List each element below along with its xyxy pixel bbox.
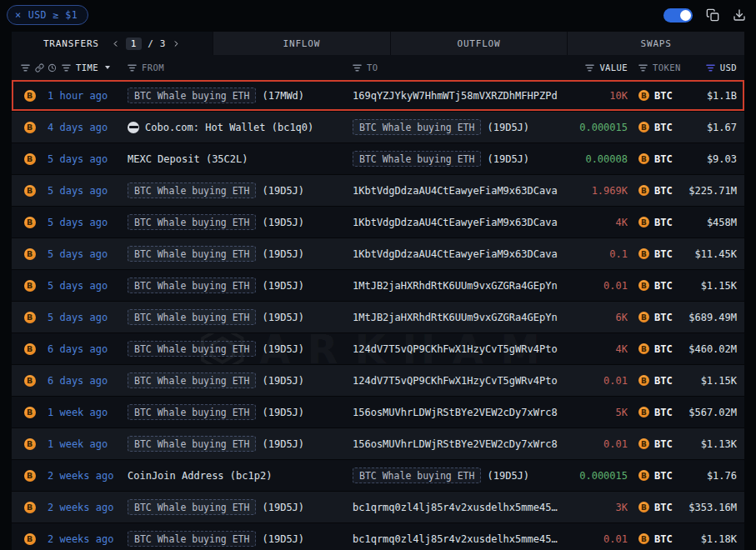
time-cell[interactable]: 2 weeks ago — [48, 470, 128, 482]
token-cell[interactable]: B BTC — [628, 248, 683, 260]
table-row[interactable]: B 6 days ago BTC Whale buying ETH (19D5J… — [12, 365, 744, 397]
header-token[interactable]: TOKEN — [628, 62, 683, 72]
from-cell[interactable]: BTC Whale buying ETH (19D5J) — [128, 404, 353, 420]
time-cell[interactable]: 5 days ago — [48, 248, 128, 260]
table-row[interactable]: B 2 weeks ago BTC Whale buying ETH (19D5… — [12, 492, 744, 523]
table-row[interactable]: B 5 days ago MEXC Deposit (35C2L) BTC Wh… — [12, 143, 744, 175]
entity-tag[interactable]: BTC Whale buying ETH — [353, 151, 481, 167]
entity-tag[interactable]: BTC Whale buying ETH — [128, 246, 256, 262]
from-cell[interactable]: BTC Whale buying ETH (19D5J) — [128, 309, 353, 325]
to-address[interactable]: 1MtJB2jaHXRhdRtK6UUm9vxGZGRa4GEpYn — [353, 312, 558, 323]
filter-icon[interactable] — [585, 63, 594, 72]
to-cell[interactable]: BTC Whale buying ETH (19D5J) — [353, 119, 561, 135]
entity-tag[interactable]: BTC Whale buying ETH — [128, 341, 256, 357]
filter-icon[interactable] — [353, 63, 362, 72]
tab-inflow[interactable]: INFLOW — [213, 32, 390, 55]
entity-tag[interactable]: BTC Whale buying ETH — [128, 214, 256, 230]
entity-tag[interactable]: BTC Whale buying ETH — [128, 309, 256, 325]
table-row[interactable]: B 2 weeks ago BTC Whale buying ETH (19D5… — [12, 523, 744, 550]
to-cell[interactable]: 1MtJB2jaHXRhdRtK6UUm9vxGZGRa4GEpYn — [353, 280, 561, 292]
remove-filter-icon[interactable]: × — [15, 10, 22, 20]
header-row-filters[interactable] — [12, 63, 48, 72]
header-value[interactable]: VALUE — [561, 62, 628, 72]
filter-icon[interactable] — [21, 63, 30, 72]
to-cell[interactable]: 156osMUVhrLDWjRStBYe2VEW2cDy7xWrc8 — [353, 407, 561, 418]
entity-name[interactable]: Cobo.com: Hot Wallet (bc1q0) — [145, 122, 313, 133]
tab-outflow[interactable]: OUTFLOW — [390, 32, 568, 55]
entity-tag[interactable]: BTC Whale buying ETH — [353, 119, 481, 135]
header-usd[interactable]: USD — [683, 62, 744, 72]
to-cell[interactable]: 1MtJB2jaHXRhdRtK6UUm9vxGZGRa4GEpYn — [353, 312, 561, 323]
token-cell[interactable]: B BTC — [628, 502, 683, 513]
link-icon[interactable] — [35, 63, 44, 72]
time-cell[interactable]: 5 days ago — [48, 153, 128, 165]
entity-tag[interactable]: BTC Whale buying ETH — [128, 499, 256, 515]
token-cell[interactable]: B BTC — [628, 438, 683, 450]
from-cell[interactable]: BTC Whale buying ETH (19D5J) — [128, 499, 353, 515]
entity-tag[interactable]: BTC Whale buying ETH — [128, 278, 256, 293]
time-cell[interactable]: 6 days ago — [48, 343, 128, 355]
table-row[interactable]: B 2 weeks ago CoinJoin Address (bc1p2) B… — [12, 460, 744, 492]
token-cell[interactable]: B BTC — [628, 533, 683, 545]
from-cell[interactable]: BTC Whale buying ETH (19D5J) — [128, 182, 353, 198]
to-cell[interactable]: 124dV7T5vQP9CKhFwX1HzyCvT5gWRv4Pto — [353, 375, 561, 387]
table-row[interactable]: B 6 days ago BTC Whale buying ETH (19D5J… — [12, 333, 744, 365]
entity-tag[interactable]: BTC Whale buying ETH — [353, 468, 481, 483]
chevron-right-icon[interactable] — [172, 39, 181, 48]
token-cell[interactable]: B BTC — [628, 280, 683, 292]
from-cell[interactable]: BTC Whale buying ETH (19D5J) — [128, 341, 353, 357]
token-cell[interactable]: B BTC — [628, 407, 683, 418]
to-address[interactable]: 124dV7T5vQP9CKhFwX1HzyCvT5gWRv4Pto — [353, 375, 558, 387]
to-cell[interactable]: BTC Whale buying ETH (19D5J) — [353, 151, 561, 167]
header-from[interactable]: FROM — [128, 62, 353, 72]
header-to[interactable]: TO — [353, 62, 561, 72]
time-cell[interactable]: 5 days ago — [48, 217, 128, 228]
to-cell[interactable]: 1KbtVdgDdzaAU4CtEawyeFiaM9x63DCava — [353, 185, 561, 197]
download-icon[interactable] — [733, 8, 746, 22]
token-cell[interactable]: B BTC — [628, 185, 683, 197]
to-address[interactable]: 169qYZJYkyW7HhmWTj58mVXRZDhMFHPZPd — [353, 90, 558, 102]
entity-tag[interactable]: BTC Whale buying ETH — [128, 531, 256, 547]
time-cell[interactable]: 5 days ago — [48, 280, 128, 292]
token-cell[interactable]: B BTC — [628, 90, 683, 102]
from-cell[interactable]: Cobo.com: Hot Wallet (bc1q0) — [128, 122, 353, 133]
to-cell[interactable]: bc1qrmq0zl4lj85r4v2xusdelhx5mme45zsks… — [353, 502, 561, 513]
filter-icon-active[interactable] — [706, 63, 715, 72]
to-address[interactable]: bc1qrmq0zl4lj85r4v2xusdelhx5mme45zsks… — [353, 533, 561, 545]
table-row[interactable]: B 4 days ago Cobo.com: Hot Wallet (bc1q0… — [12, 112, 744, 143]
token-cell[interactable]: B BTC — [628, 217, 683, 228]
from-cell[interactable]: BTC Whale buying ETH (19D5J) — [128, 372, 353, 388]
entity-tag[interactable]: BTC Whale buying ETH — [128, 372, 256, 388]
token-cell[interactable]: B BTC — [628, 312, 683, 323]
entity-name[interactable]: MEXC Deposit (35C2L) — [128, 153, 248, 165]
tab-swaps[interactable]: SWAPS — [567, 32, 744, 55]
from-cell[interactable]: CoinJoin Address (bc1p2) — [128, 470, 353, 482]
tab-transfers[interactable]: TRANSFERS 1 / 3 — [12, 32, 213, 55]
to-cell[interactable]: bc1qrmq0zl4lj85r4v2xusdelhx5mme45zsks… — [353, 533, 561, 545]
copy-icon[interactable] — [706, 8, 719, 22]
from-cell[interactable]: BTC Whale buying ETH (19D5J) — [128, 278, 353, 293]
token-cell[interactable]: B BTC — [628, 375, 683, 387]
token-cell[interactable]: B BTC — [628, 343, 683, 355]
time-cell[interactable]: 6 days ago — [48, 375, 128, 387]
token-cell[interactable]: B BTC — [628, 470, 683, 482]
token-cell[interactable]: B BTC — [628, 122, 683, 133]
to-cell[interactable]: 124dV7T5vQP9CKhFwX1HzyCvT5gWRv4Pto — [353, 343, 561, 355]
time-cell[interactable]: 1 week ago — [48, 407, 128, 418]
to-address[interactable]: 1KbtVdgDdzaAU4CtEawyeFiaM9x63DCava — [353, 248, 558, 260]
table-row[interactable]: B 1 hour ago BTC Whale buying ETH (17MWd… — [12, 80, 744, 112]
from-cell[interactable]: BTC Whale buying ETH (19D5J) — [128, 531, 353, 547]
table-row[interactable]: B 5 days ago BTC Whale buying ETH (19D5J… — [12, 270, 744, 302]
to-address[interactable]: 1KbtVdgDdzaAU4CtEawyeFiaM9x63DCava — [353, 185, 558, 197]
table-row[interactable]: B 5 days ago BTC Whale buying ETH (19D5J… — [12, 175, 744, 207]
to-cell[interactable]: BTC Whale buying ETH (19D5J) — [353, 468, 561, 483]
to-cell[interactable]: 1KbtVdgDdzaAU4CtEawyeFiaM9x63DCava — [353, 248, 561, 260]
to-address[interactable]: bc1qrmq0zl4lj85r4v2xusdelhx5mme45zsks… — [353, 502, 561, 513]
filter-icon[interactable] — [638, 63, 648, 72]
time-cell[interactable]: 4 days ago — [48, 122, 128, 133]
usd-filter-chip[interactable]: × USD ≥ $1 — [7, 5, 88, 25]
time-cell[interactable]: 1 week ago — [48, 438, 128, 450]
table-row[interactable]: B 1 week ago BTC Whale buying ETH (19D5J… — [12, 428, 744, 460]
entity-tag[interactable]: BTC Whale buying ETH — [128, 404, 256, 420]
header-time[interactable]: TIME — [48, 62, 128, 72]
